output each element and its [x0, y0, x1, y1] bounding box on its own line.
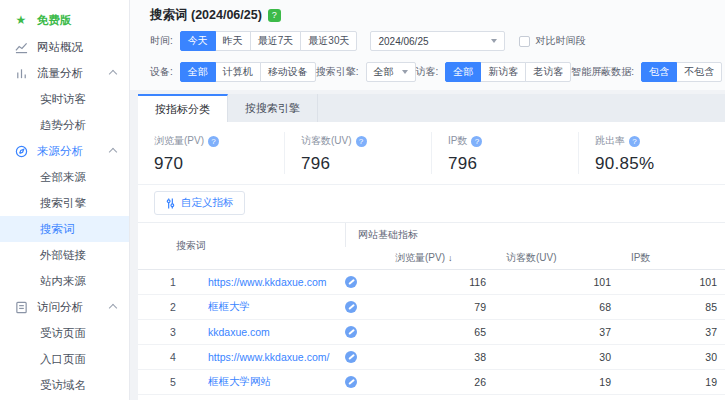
- sidebar-item-search-engines[interactable]: 搜索引擎: [0, 190, 129, 216]
- chevron-up-icon[interactable]: [109, 70, 117, 78]
- visitor-all-button[interactable]: 全部: [445, 62, 481, 82]
- report-panel: 浏览量(PV)? 970 访客数(UV)? 796 IP数? 796 跳出率? …: [138, 122, 725, 400]
- time-last30days-button[interactable]: 最近30天: [300, 31, 357, 51]
- pv-value: 38: [375, 351, 500, 363]
- smart-block-segment: 包含 不包含: [641, 62, 722, 82]
- serp-preview-icon[interactable]: [345, 351, 357, 363]
- smart-block-exclude-button[interactable]: 不包含: [676, 62, 722, 82]
- uv-value: 30: [500, 351, 625, 363]
- column-group-site-metrics: 网站基础指标: [345, 223, 725, 247]
- table-row: 1 https://www.kkdaxue.com 116 101 101: [138, 270, 725, 295]
- sidebar-item-trend-analysis[interactable]: 趋势分析: [0, 112, 129, 138]
- tab-by-search-engine[interactable]: 按搜索引擎: [228, 94, 318, 122]
- time-range-segment: 今天 昨天 最近7天 最近30天: [180, 31, 358, 51]
- search-term-link[interactable]: https://www.kkdaxue.com/: [208, 351, 345, 363]
- page-title: 搜索词 (2024/06/25): [150, 7, 262, 24]
- sidebar-item-visited-domains[interactable]: 受访域名: [0, 372, 129, 398]
- device-pc-button[interactable]: 计算机: [215, 62, 261, 82]
- date-picker[interactable]: 2024/06/25: [370, 31, 505, 51]
- custom-metric-button[interactable]: 自定义指标: [154, 191, 245, 215]
- metric-value: 796: [301, 154, 431, 174]
- smart-block-include-button[interactable]: 包含: [641, 62, 677, 82]
- sidebar-item-all-sources[interactable]: 全部来源: [0, 164, 129, 190]
- sidebar-item-source-analysis[interactable]: 来源分析: [0, 138, 129, 164]
- tab-by-metric[interactable]: 按指标分类: [138, 94, 228, 122]
- info-icon[interactable]: ?: [471, 136, 482, 147]
- sidebar-item-website-overview[interactable]: 网站概况: [0, 34, 129, 60]
- sidebar-item-visit-analysis[interactable]: 访问分析: [0, 294, 129, 320]
- table-row: 3 kkdaxue.com 65 37 37: [138, 320, 725, 345]
- chevron-up-icon[interactable]: [109, 304, 117, 312]
- sidebar-item-internal-sources[interactable]: 站内来源: [0, 268, 129, 294]
- sidebar-item-label: 实时访客: [40, 92, 86, 107]
- compare-checkbox[interactable]: [519, 36, 530, 47]
- metric-label: IP数: [448, 134, 467, 148]
- metric-value: 796: [448, 154, 578, 174]
- serp-preview-icon[interactable]: [345, 301, 357, 313]
- search-term-link[interactable]: kkdaxue.com: [208, 326, 345, 338]
- time-yesterday-button[interactable]: 昨天: [215, 31, 251, 51]
- sidebar-item-label: 全部来源: [40, 170, 86, 185]
- ip-value: 101: [625, 276, 725, 288]
- sidebar-item-realtime-visitors[interactable]: 实时访客: [0, 86, 129, 112]
- device-all-button[interactable]: 全部: [180, 62, 216, 82]
- sidebar-item-visited-pages[interactable]: 受访页面: [0, 320, 129, 346]
- column-header-label: 浏览量(PV): [395, 251, 445, 265]
- search-term-link[interactable]: 框框大学: [208, 300, 345, 314]
- metric-bounce-rate: 跳出率? 90.85%: [578, 132, 725, 174]
- search-term-link[interactable]: https://www.kkdaxue.com: [208, 276, 345, 288]
- help-icon[interactable]: ?: [268, 9, 281, 22]
- metric-value: 970: [154, 154, 284, 174]
- sidebar-item-label: 受访页面: [40, 326, 86, 341]
- column-header-ip[interactable]: IP数: [625, 247, 725, 269]
- device-filter-label: 设备:: [150, 65, 173, 79]
- table-header: 搜索词 网站基础指标 浏览量(PV) ↓ 访客数(UV) IP数: [138, 222, 725, 270]
- row-index: 1: [138, 276, 208, 288]
- time-today-button[interactable]: 今天: [180, 31, 216, 51]
- search-term-link[interactable]: 框框大学网站: [208, 375, 345, 389]
- sidebar-item-search-words[interactable]: 搜索词: [0, 216, 129, 242]
- custom-metric-row: 自定义指标: [138, 184, 725, 222]
- engine-select-value: 全部: [374, 65, 394, 79]
- compare-period-toggle[interactable]: 对比时间段: [519, 34, 585, 48]
- sidebar-item-free-plan[interactable]: ★ 免费版: [0, 6, 129, 34]
- column-header-term[interactable]: 搜索词: [138, 239, 345, 253]
- sidebar-item-label: 搜索引擎: [40, 196, 86, 211]
- column-header-label: IP数: [631, 251, 650, 265]
- serp-preview-icon[interactable]: [345, 376, 357, 388]
- row-index: 4: [138, 351, 208, 363]
- row-index: 2: [138, 301, 208, 313]
- info-icon[interactable]: ?: [629, 136, 640, 147]
- sidebar-item-external-links[interactable]: 外部链接: [0, 242, 129, 268]
- smart-block-label: 智能屏蔽数据:: [571, 65, 634, 79]
- visitor-new-button[interactable]: 新访客: [480, 62, 526, 82]
- column-header-pv[interactable]: 浏览量(PV) ↓: [375, 247, 500, 269]
- sidebar-item-entry-pages[interactable]: 入口页面: [0, 346, 129, 372]
- sidebar-item-label: 外部链接: [40, 248, 86, 263]
- info-icon[interactable]: ?: [356, 136, 367, 147]
- column-header-uv[interactable]: 访客数(UV): [500, 247, 625, 269]
- metric-value: 90.85%: [595, 154, 725, 174]
- page-icon: [14, 300, 28, 314]
- metric-ip: IP数? 796: [431, 132, 578, 174]
- visitor-filter-label: 访客:: [416, 65, 439, 79]
- table-row: 5 框框大学网站 26 19 19: [138, 370, 725, 395]
- sliders-icon: [165, 198, 176, 209]
- serp-preview-icon[interactable]: [345, 326, 357, 338]
- visitor-returning-button[interactable]: 老访客: [525, 62, 571, 82]
- info-icon[interactable]: ?: [208, 136, 219, 147]
- chevron-up-icon[interactable]: [109, 148, 117, 156]
- device-mobile-button[interactable]: 移动设备: [260, 62, 316, 82]
- sort-desc-icon[interactable]: ↓: [448, 253, 453, 263]
- sidebar-item-label: 来源分析: [37, 144, 83, 159]
- uv-value: 68: [500, 301, 625, 313]
- visitor-segment: 全部 新访客 老访客: [445, 62, 571, 82]
- engine-select[interactable]: 全部: [366, 62, 416, 82]
- sidebar-item-traffic-analysis[interactable]: 流量分析: [0, 60, 129, 86]
- sidebar: ★ 免费版 网站概况 流量分析 实时访客 趋势分析 来源分析 全部来源 搜索引: [0, 0, 130, 400]
- search-terms-table: 搜索词 网站基础指标 浏览量(PV) ↓ 访客数(UV) IP数 1 https…: [138, 222, 725, 395]
- serp-preview-icon[interactable]: [345, 276, 357, 288]
- view-tabs: 按指标分类 按搜索引擎: [138, 94, 725, 122]
- ip-value: 19: [625, 376, 725, 388]
- time-last7days-button[interactable]: 最近7天: [250, 31, 302, 51]
